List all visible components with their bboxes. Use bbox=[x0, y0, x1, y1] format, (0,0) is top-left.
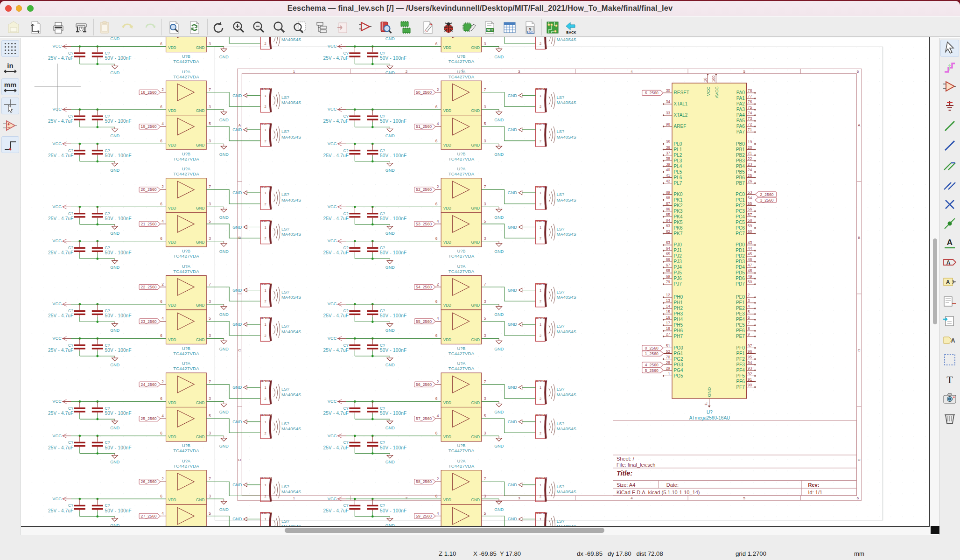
svg-text:PH3: PH3 bbox=[674, 311, 683, 316]
svg-text:PF1: PF1 bbox=[736, 351, 745, 356]
svg-text:PD2: PD2 bbox=[736, 253, 745, 259]
svg-text:PC3: PC3 bbox=[736, 209, 745, 214]
svg-text:PE4: PE4 bbox=[736, 317, 745, 322]
svg-text:53_2560: 53_2560 bbox=[416, 222, 432, 226]
svg-text:17: 17 bbox=[666, 321, 671, 325]
svg-text:29: 29 bbox=[666, 366, 671, 371]
svg-text:82: 82 bbox=[666, 229, 671, 234]
svg-text:PC4: PC4 bbox=[736, 214, 745, 219]
svg-text:AVCC: AVCC bbox=[714, 86, 719, 98]
svg-text:PK6: PK6 bbox=[674, 225, 683, 231]
svg-text:91: 91 bbox=[748, 377, 752, 382]
svg-text:PA4: PA4 bbox=[736, 112, 745, 118]
svg-text:64: 64 bbox=[666, 246, 671, 251]
svg-text:6: 6 bbox=[857, 496, 859, 500]
svg-text:PD0: PD0 bbox=[736, 242, 745, 247]
svg-text:51_2560: 51_2560 bbox=[416, 124, 432, 129]
svg-text:PB5: PB5 bbox=[736, 169, 745, 175]
svg-text:78: 78 bbox=[748, 88, 752, 93]
svg-text:PC7: PC7 bbox=[736, 231, 745, 236]
svg-text:Id: 1/1: Id: 1/1 bbox=[808, 490, 823, 495]
svg-text:PC1: PC1 bbox=[736, 197, 745, 203]
svg-text:PD6: PD6 bbox=[736, 276, 745, 281]
svg-text:76: 76 bbox=[748, 99, 752, 104]
svg-text:88: 88 bbox=[666, 196, 671, 200]
svg-text:24: 24 bbox=[748, 168, 752, 172]
svg-text:PF2: PF2 bbox=[736, 357, 745, 362]
svg-text:69: 69 bbox=[666, 274, 671, 279]
svg-text:PA2: PA2 bbox=[736, 101, 745, 106]
svg-text:PK0: PK0 bbox=[674, 192, 683, 197]
svg-text:PB7: PB7 bbox=[736, 181, 745, 186]
svg-text:PJ2: PJ2 bbox=[674, 253, 682, 259]
svg-text:PL1: PL1 bbox=[674, 147, 682, 152]
svg-text:A: A bbox=[946, 259, 950, 266]
svg-text:23: 23 bbox=[748, 162, 752, 167]
svg-text:PD4: PD4 bbox=[736, 265, 745, 270]
svg-text:39: 39 bbox=[666, 162, 671, 167]
svg-text:6_2560: 6_2560 bbox=[645, 91, 659, 95]
svg-text:PK7: PK7 bbox=[674, 231, 683, 236]
svg-text:PA7: PA7 bbox=[736, 129, 745, 134]
svg-text:96: 96 bbox=[748, 349, 752, 354]
svg-text:2: 2 bbox=[748, 293, 750, 297]
svg-text:PJ0: PJ0 bbox=[674, 242, 682, 247]
svg-text:Title:: Title: bbox=[617, 469, 633, 477]
svg-text:52_2560: 52_2560 bbox=[416, 187, 432, 192]
svg-text:BACK: BACK bbox=[566, 30, 576, 35]
svg-text:4: 4 bbox=[748, 304, 750, 308]
svg-text:36: 36 bbox=[666, 145, 671, 150]
svg-text:NET: NET bbox=[487, 28, 494, 32]
svg-text:PJ6: PJ6 bbox=[674, 276, 682, 281]
svg-text:A: A bbox=[946, 279, 950, 286]
svg-text:94: 94 bbox=[748, 360, 752, 365]
svg-text:86: 86 bbox=[666, 207, 671, 211]
svg-text:PJ3: PJ3 bbox=[674, 259, 682, 264]
svg-text:43: 43 bbox=[748, 240, 752, 245]
svg-text:55: 55 bbox=[748, 201, 752, 206]
svg-text:90: 90 bbox=[748, 383, 752, 387]
svg-text:11: 11 bbox=[704, 402, 708, 406]
svg-text:A: A bbox=[946, 238, 952, 247]
svg-text:25_2560: 25_2560 bbox=[141, 416, 157, 421]
svg-text:6: 6 bbox=[748, 315, 750, 320]
svg-text:1_2560: 1_2560 bbox=[645, 351, 659, 356]
svg-text:16: 16 bbox=[666, 315, 671, 320]
svg-text:PG3: PG3 bbox=[674, 362, 683, 367]
svg-text:21: 21 bbox=[748, 151, 752, 155]
svg-text:74: 74 bbox=[748, 111, 752, 115]
svg-text:PD5: PD5 bbox=[736, 270, 745, 275]
svg-text:PJ1: PJ1 bbox=[674, 248, 682, 253]
svg-text:PC5: PC5 bbox=[736, 220, 745, 225]
svg-text:95: 95 bbox=[748, 355, 752, 359]
svg-text:PF4: PF4 bbox=[736, 368, 745, 373]
svg-text:22_2560: 22_2560 bbox=[141, 285, 157, 289]
svg-text:20: 20 bbox=[748, 145, 752, 150]
svg-text:4: 4 bbox=[631, 496, 633, 500]
svg-text:PE0: PE0 bbox=[736, 294, 745, 300]
svg-text:49: 49 bbox=[748, 274, 752, 279]
svg-text:PA6: PA6 bbox=[736, 124, 745, 129]
svg-text:18_2560: 18_2560 bbox=[141, 90, 157, 95]
svg-text:PE1: PE1 bbox=[736, 300, 745, 305]
svg-text:35: 35 bbox=[666, 140, 671, 144]
svg-text:5_2560: 5_2560 bbox=[645, 368, 659, 373]
svg-text:PA0: PA0 bbox=[736, 90, 745, 95]
svg-text:22: 22 bbox=[748, 156, 752, 161]
svg-text:C: C bbox=[238, 348, 241, 352]
svg-text:PG5: PG5 bbox=[674, 373, 683, 378]
svg-text:PL6: PL6 bbox=[674, 175, 682, 180]
svg-text:41: 41 bbox=[666, 173, 671, 178]
svg-text:PB2: PB2 bbox=[736, 153, 745, 158]
svg-text:PD3: PD3 bbox=[736, 259, 745, 264]
svg-text:21_2560: 21_2560 bbox=[141, 222, 157, 226]
svg-text:XTAL2: XTAL2 bbox=[674, 112, 688, 118]
svg-text:75: 75 bbox=[748, 105, 752, 110]
svg-text:71: 71 bbox=[748, 127, 752, 132]
svg-text:45: 45 bbox=[748, 252, 752, 256]
svg-text:PA3: PA3 bbox=[736, 107, 745, 112]
svg-text:59_2560: 59_2560 bbox=[416, 514, 432, 518]
svg-text:Rev:: Rev: bbox=[808, 482, 820, 488]
svg-text:A: A bbox=[858, 123, 861, 127]
svg-text:PL0: PL0 bbox=[674, 141, 682, 147]
